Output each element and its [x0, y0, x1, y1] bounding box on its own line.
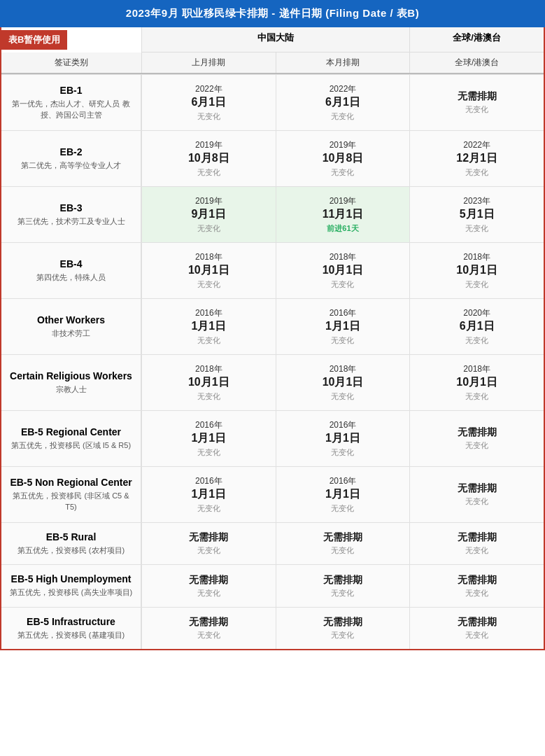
- table-row: EB-2第二优先，高等学位专业人才2019年10月8日无变化2019年10月8日…: [1, 130, 544, 186]
- china-last-month-cell: 2019年10月8日无变化: [141, 131, 276, 186]
- global-cell: 2018年10月1日无变化: [409, 243, 544, 298]
- visa-type-header: 签证类别: [1, 52, 141, 73]
- visa-type-cell: EB-1第一优先，杰出人才、研究人员 教授、跨国公司主管: [1, 75, 141, 130]
- visa-name: EB-4: [60, 258, 83, 270]
- china-last-month-cell: 无需排期无变化: [141, 565, 276, 606]
- visa-type-cell: EB-5 Regional Center第五优先，投资移民 (区域 I5 & R…: [1, 411, 141, 466]
- china-last-month-cell: 2018年10月1日无变化: [141, 243, 276, 298]
- visa-type-cell: EB-5 Non Regional Center第五优先，投资移民 (非区域 C…: [1, 467, 141, 522]
- china-this-month-cell: 2016年1月1日无变化: [276, 411, 410, 466]
- page-title: 2023年9月 职业移民绿卡排期 - 递件日期 (Filing Date / 表…: [0, 0, 545, 27]
- global-cell: 2020年6月1日无变化: [409, 299, 544, 354]
- visa-desc: 第五优先，投资移民 (基建项目): [17, 630, 125, 640]
- visa-type-cell: EB-5 Rural第五优先，投资移民 (农村项目): [1, 523, 141, 564]
- china-this-month-cell: 无需排期无变化: [276, 565, 410, 606]
- global-cell: 无需排期无变化: [409, 411, 544, 466]
- visa-type-cell: Other Workers非技术劳工: [1, 299, 141, 354]
- china-last-month-cell: 2019年9月1日无变化: [141, 187, 276, 242]
- global-cell: 无需排期无变化: [409, 523, 544, 564]
- visa-desc: 第三优先，技术劳工及专业人士: [17, 216, 125, 227]
- china-header: 中国大陆: [141, 27, 409, 52]
- global-col-header: 全球/港澳台: [409, 52, 544, 73]
- china-this-month-cell: 2018年10月1日无变化: [276, 355, 410, 410]
- visa-type-cell: EB-4第四优先，特殊人员: [1, 243, 141, 298]
- table-row: EB-5 Infrastructure第五优先，投资移民 (基建项目)无需排期无…: [1, 607, 544, 649]
- last-month-header: 上月排期: [141, 52, 276, 73]
- china-last-month-cell: 2016年1月1日无变化: [141, 411, 276, 466]
- table-row: EB-5 Non Regional Center第五优先，投资移民 (非区域 C…: [1, 466, 544, 522]
- visa-desc: 宗教人士: [56, 384, 87, 395]
- china-this-month-cell: 无需排期无变化: [276, 608, 410, 649]
- visa-desc: 第五优先，投资移民 (农村项目): [17, 545, 125, 556]
- china-this-month-cell: 2019年11月1日前进61天: [276, 187, 410, 242]
- table-row: Certain Religious Workers宗教人士2018年10月1日无…: [1, 354, 544, 410]
- global-cell: 无需排期无变化: [409, 75, 544, 130]
- global-cell: 2022年12月1日无变化: [409, 131, 544, 186]
- this-month-header: 本月排期: [276, 52, 410, 73]
- china-this-month-cell: 2018年10月1日无变化: [276, 243, 410, 298]
- china-last-month-cell: 无需排期无变化: [141, 608, 276, 649]
- column-headers: 签证类别 上月排期 本月排期 全球/港澳台: [1, 52, 544, 74]
- visa-name: Other Workers: [37, 314, 105, 326]
- visa-name: EB-3: [60, 202, 83, 214]
- china-last-month-cell: 2022年6月1日无变化: [141, 75, 276, 130]
- china-last-month-cell: 无需排期无变化: [141, 523, 276, 564]
- visa-name: Certain Religious Workers: [10, 370, 132, 382]
- table-row: Other Workers非技术劳工2016年1月1日无变化2016年1月1日无…: [1, 298, 544, 354]
- visa-name: EB-5 Infrastructure: [27, 616, 115, 627]
- visa-desc: 第五优先，投资移民 (高失业率项目): [10, 587, 132, 598]
- china-this-month-cell: 2019年10月8日无变化: [276, 131, 410, 186]
- visa-desc: 第五优先，投资移民 (非区域 C5 & T5): [8, 491, 134, 512]
- visa-desc: 第五优先，投资移民 (区域 I5 & R5): [11, 440, 131, 451]
- global-header: 全球/港澳台: [409, 27, 544, 52]
- table-row: EB-1第一优先，杰出人才、研究人员 教授、跨国公司主管2022年6月1日无变化…: [1, 74, 544, 130]
- visa-type-cell: EB-2第二优先，高等学位专业人才: [1, 131, 141, 186]
- visa-desc: 第四优先，特殊人员: [36, 272, 106, 283]
- table-body: EB-1第一优先，杰出人才、研究人员 教授、跨国公司主管2022年6月1日无变化…: [1, 74, 544, 649]
- china-last-month-cell: 2016年1月1日无变化: [141, 467, 276, 522]
- visa-type-cell: Certain Religious Workers宗教人士: [1, 355, 141, 410]
- main-table: 表B暂停使用 中国大陆 全球/港澳台 签证类别 上月排期 本月排期 全球/港澳台…: [0, 27, 545, 650]
- china-this-month-cell: 2022年6月1日无变化: [276, 75, 410, 130]
- visa-name: EB-5 Rural: [46, 531, 97, 542]
- table-row: EB-3第三优先，技术劳工及专业人士2019年9月1日无变化2019年11月1日…: [1, 186, 544, 242]
- visa-name: EB-5 High Unemployment: [11, 573, 132, 584]
- table-row: EB-4第四优先，特殊人员2018年10月1日无变化2018年10月1日无变化2…: [1, 242, 544, 298]
- table-row: EB-5 High Unemployment第五优先，投资移民 (高失业率项目)…: [1, 564, 544, 606]
- china-this-month-cell: 2016年1月1日无变化: [276, 299, 410, 354]
- visa-type-cell: EB-5 High Unemployment第五优先，投资移民 (高失业率项目): [1, 565, 141, 606]
- global-cell: 无需排期无变化: [409, 467, 544, 522]
- visa-desc: 非技术劳工: [52, 328, 90, 339]
- china-last-month-cell: 2018年10月1日无变化: [141, 355, 276, 410]
- visa-type-cell: EB-3第三优先，技术劳工及专业人士: [1, 187, 141, 242]
- global-cell: 2018年10月1日无变化: [409, 355, 544, 410]
- table-row: EB-5 Rural第五优先，投资移民 (农村项目)无需排期无变化无需排期无变化…: [1, 522, 544, 564]
- visa-name: EB-5 Non Regional Center: [10, 477, 132, 488]
- global-cell: 2023年5月1日无变化: [409, 187, 544, 242]
- table-row: EB-5 Regional Center第五优先，投资移民 (区域 I5 & R…: [1, 410, 544, 466]
- china-this-month-cell: 无需排期无变化: [276, 523, 410, 564]
- global-cell: 无需排期无变化: [409, 565, 544, 606]
- global-cell: 无需排期无变化: [409, 608, 544, 649]
- china-this-month-cell: 2016年1月1日无变化: [276, 467, 410, 522]
- visa-type-cell: EB-5 Infrastructure第五优先，投资移民 (基建项目): [1, 608, 141, 649]
- visa-name: EB-5 Regional Center: [21, 426, 121, 438]
- china-last-month-cell: 2016年1月1日无变化: [141, 299, 276, 354]
- visa-name: EB-1: [60, 85, 83, 96]
- visa-desc: 第一优先，杰出人才、研究人员 教授、跨国公司主管: [8, 99, 134, 120]
- visa-desc: 第二优先，高等学位专业人才: [21, 160, 121, 171]
- visa-name: EB-2: [60, 146, 83, 158]
- suspended-banner: 表B暂停使用: [1, 27, 141, 52]
